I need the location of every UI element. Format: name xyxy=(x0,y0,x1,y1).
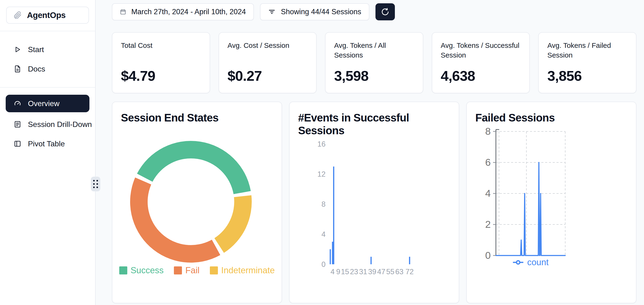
series-label: count xyxy=(527,257,549,267)
svg-text:47: 47 xyxy=(377,267,385,276)
stat-card-avg-tokens-failed: Avg. Tokens / Failed Session 3,856 xyxy=(538,32,636,93)
stat-label: Avg. Tokens / All Sessions xyxy=(334,41,416,60)
document-lines-icon xyxy=(13,120,22,129)
donut-legend: Success Fail Indeterminate xyxy=(112,265,282,275)
refresh-icon xyxy=(381,7,390,16)
svg-text:4: 4 xyxy=(322,230,326,238)
filter-icon xyxy=(268,8,276,16)
sidebar-item-pivot-table[interactable]: Pivot Table xyxy=(0,134,95,153)
legend-item-indeterminate: Indeterminate xyxy=(210,265,275,275)
failed-sessions-line-chart: 02468 xyxy=(467,102,636,303)
sidebar-resize-handle[interactable] xyxy=(91,177,100,191)
svg-text:16: 16 xyxy=(318,140,326,148)
svg-text:4: 4 xyxy=(330,267,334,276)
main-content: March 27th, 2024 - April 10th, 2024 Show… xyxy=(96,0,644,305)
stat-value: $0.27 xyxy=(228,68,262,84)
topbar: March 27th, 2024 - April 10th, 2024 Show… xyxy=(112,3,636,20)
sidebar-item-start[interactable]: Start xyxy=(0,40,95,59)
stat-value: 3,598 xyxy=(334,68,368,84)
svg-text:23: 23 xyxy=(350,267,358,276)
gauge-icon xyxy=(13,99,22,108)
paperclip-logo-icon xyxy=(13,11,22,20)
sidebar-nav: Overview Session Drill-Down Pivot Table xyxy=(0,88,95,161)
session-end-states-card: Session End States Success Fail Indeterm… xyxy=(112,102,282,303)
failed-sessions-card: Failed Sessions 02468 count xyxy=(466,102,636,303)
sidebar-item-label: Overview xyxy=(28,99,60,108)
stat-card-total-cost: Total Cost $4.79 xyxy=(112,32,210,93)
svg-text:39: 39 xyxy=(368,267,376,276)
svg-text:9: 9 xyxy=(336,267,340,276)
sidebar-item-session-drill-down[interactable]: Session Drill-Down xyxy=(0,115,95,134)
legend-label: Success xyxy=(130,265,164,275)
stats-row: Total Cost $4.79 Avg. Cost / Session $0.… xyxy=(112,32,636,93)
refresh-button[interactable] xyxy=(376,3,395,20)
sidebar: AgentOps Start Docs xyxy=(0,0,96,305)
sidebar-item-overview[interactable]: Overview xyxy=(6,95,90,112)
sidebar-item-label: Docs xyxy=(28,65,45,73)
sidebar-item-label: Start xyxy=(28,45,44,54)
success-swatch xyxy=(119,266,127,274)
indeterminate-swatch xyxy=(210,266,218,274)
stat-value: 3,856 xyxy=(547,68,582,84)
stat-card-avg-tokens-all: Avg. Tokens / All Sessions 3,598 xyxy=(325,32,423,93)
svg-text:63: 63 xyxy=(395,267,404,276)
svg-text:4: 4 xyxy=(485,188,491,199)
svg-text:0: 0 xyxy=(485,250,491,261)
columns-icon xyxy=(13,139,22,148)
date-range-label: March 27th, 2024 - April 10th, 2024 xyxy=(131,8,246,16)
count-legend: count xyxy=(496,257,565,267)
play-icon xyxy=(13,45,22,54)
svg-text:55: 55 xyxy=(386,267,394,276)
app-title: AgentOps xyxy=(27,11,66,20)
sessions-filter-button[interactable]: Showing 44/44 Sessions xyxy=(260,3,369,20)
svg-text:15: 15 xyxy=(341,267,349,276)
svg-text:8: 8 xyxy=(322,200,326,208)
svg-text:31: 31 xyxy=(359,267,367,276)
sidebar-item-docs[interactable]: Docs xyxy=(0,59,95,79)
stat-value: 4,638 xyxy=(441,68,475,84)
sidebar-item-label: Pivot Table xyxy=(28,139,65,148)
legend-item-success: Success xyxy=(119,265,164,275)
legend-label: Indeterminate xyxy=(221,265,275,275)
calendar-icon xyxy=(120,9,126,15)
sidebar-links: Start Docs xyxy=(0,31,95,87)
svg-text:2: 2 xyxy=(485,219,491,230)
sidebar-item-label: Session Drill-Down xyxy=(28,120,92,129)
grip-dots-icon xyxy=(93,180,98,188)
charts-row: Session End States Success Fail Indeterm… xyxy=(112,102,636,303)
svg-text:6: 6 xyxy=(485,157,491,168)
sessions-filter-label: Showing 44/44 Sessions xyxy=(281,8,361,16)
stat-card-avg-tokens-successful: Avg. Tokens / Successful Session 4,638 xyxy=(432,32,530,93)
legend-label: Fail xyxy=(185,265,200,275)
svg-text:0: 0 xyxy=(322,260,326,268)
document-icon xyxy=(13,65,22,73)
line-marker-icon xyxy=(512,259,524,265)
stat-value: $4.79 xyxy=(121,68,155,84)
stat-label: Avg. Tokens / Failed Session xyxy=(547,41,629,60)
events-histogram-card: #Events in Successful Sessions 048121649… xyxy=(289,102,459,303)
stat-label: Total Cost xyxy=(121,41,202,51)
svg-text:8: 8 xyxy=(485,126,491,137)
date-range-button[interactable]: March 27th, 2024 - April 10th, 2024 xyxy=(112,3,254,20)
fail-swatch xyxy=(174,266,182,274)
svg-text:12: 12 xyxy=(318,170,326,178)
stat-label: Avg. Cost / Session xyxy=(228,41,309,51)
legend-item-fail: Fail xyxy=(174,265,200,275)
events-histogram-chart: 0481216491523313947556372 xyxy=(290,102,458,303)
app-logo[interactable]: AgentOps xyxy=(6,7,89,24)
svg-text:72: 72 xyxy=(406,267,414,276)
stat-card-avg-cost-session: Avg. Cost / Session $0.27 xyxy=(218,32,317,93)
stat-label: Avg. Tokens / Successful Session xyxy=(441,41,522,60)
